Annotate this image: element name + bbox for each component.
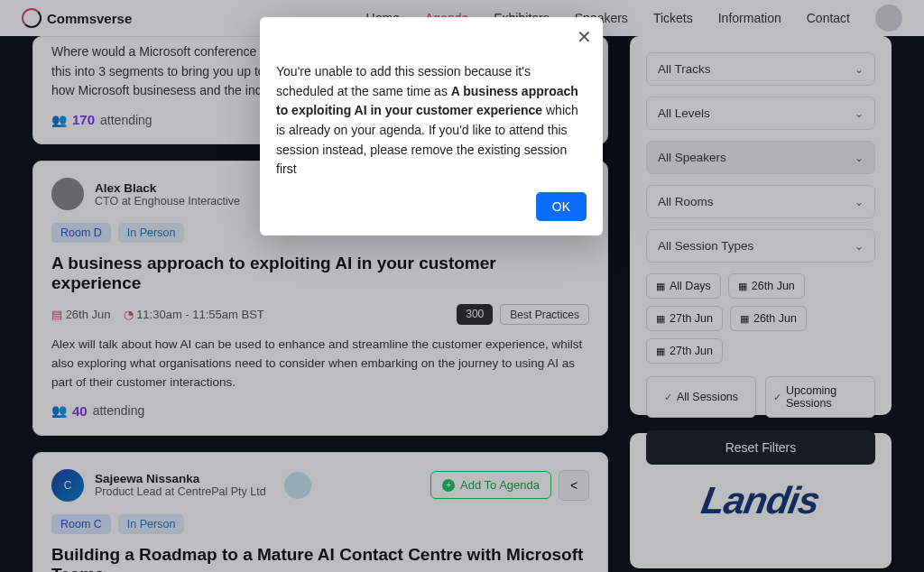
close-icon: ✕ — [577, 27, 592, 47]
modal-message: You're unable to add this session becaus… — [260, 17, 603, 192]
close-button[interactable]: ✕ — [577, 26, 592, 48]
ok-button[interactable]: OK — [536, 192, 587, 221]
conflict-modal: ✕ You're unable to add this session beca… — [260, 17, 603, 235]
